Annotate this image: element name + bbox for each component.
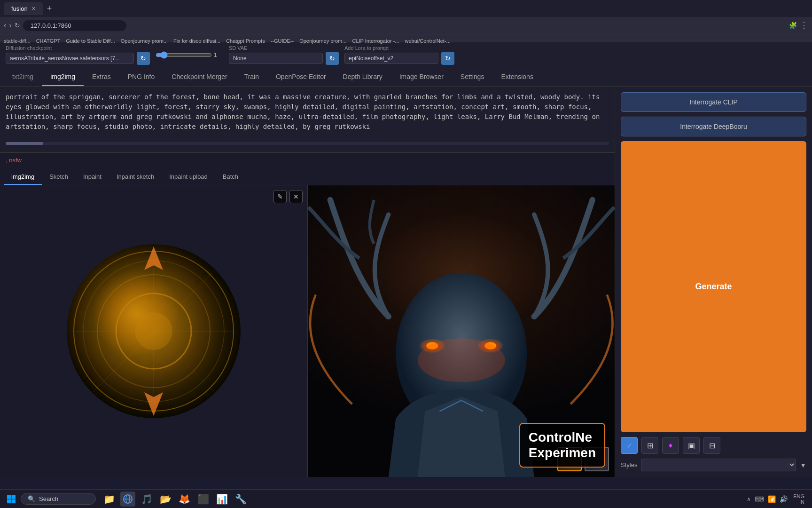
nav-tabs: txt2img img2img Extras PNG Info Checkpoi…: [0, 68, 812, 87]
active-tab[interactable]: fusion ✕: [4, 2, 43, 15]
vae-refresh-btn[interactable]: ↻: [326, 52, 339, 65]
sub-tab-sketch[interactable]: Sketch: [42, 169, 76, 185]
tray-icon-sound[interactable]: 🔊: [780, 495, 788, 503]
taskbar-icon-files[interactable]: 📁: [102, 492, 117, 507]
svg-rect-22: [12, 495, 16, 499]
styles-label: Styles: [621, 461, 637, 468]
tab-train[interactable]: Train: [236, 68, 267, 86]
bookmark-3[interactable]: Openjourney prom...: [121, 38, 168, 44]
tray-icon-keyboard[interactable]: ⌨: [755, 495, 764, 503]
new-tab-btn[interactable]: +: [43, 4, 56, 14]
url-text: 127.0.0.1:7860: [31, 22, 71, 29]
sub-tabs: img2img Sketch Inpaint Inpaint sketch In…: [0, 169, 615, 185]
icon-btn-grid[interactable]: ⊞: [641, 437, 658, 454]
extensions-btn[interactable]: 🧩: [789, 22, 797, 29]
checkpoint-select[interactable]: aerosATribute_aerosNovae.safetensors [7.…: [6, 53, 134, 64]
sub-tab-inpaint[interactable]: Inpaint: [76, 169, 109, 185]
taskbar: 🔍 Search 📁 🎵 📂 🦊 ⬛ 📊 🔧 ∧ ⌨ 📶 🔊 ENG IN: [0, 489, 812, 508]
address-bar[interactable]: 127.0.0.1:7860: [23, 20, 126, 31]
styles-row: Styles ▼: [621, 459, 806, 471]
tab-openpose-editor[interactable]: OpenPose Editor: [267, 68, 335, 86]
bookmark-4[interactable]: Fix for disco diffusi...: [173, 38, 220, 44]
prompt-scroll-indicator: [0, 142, 615, 144]
lora-group: Add Lora to prompt epiNoiseoffset_v2 ↻: [344, 45, 454, 65]
tab-extensions[interactable]: Extensions: [492, 68, 541, 86]
sub-tab-batch[interactable]: Batch: [215, 169, 246, 185]
menu-btn[interactable]: ⋮: [800, 20, 808, 31]
svg-point-20: [417, 339, 505, 382]
emblem-svg: [64, 242, 243, 421]
slider-value: 1: [214, 52, 223, 58]
tab-txt2img[interactable]: txt2img: [4, 68, 42, 86]
input-canvas[interactable]: ✎ ✕: [0, 185, 308, 477]
bookmark-7[interactable]: Openjourney prom...: [299, 38, 346, 44]
tab-img2img[interactable]: img2img: [42, 68, 84, 86]
tray-icon-chevron[interactable]: ∧: [747, 496, 751, 502]
close-canvas-btn[interactable]: ✕: [289, 190, 303, 203]
checkpoint-refresh-btn[interactable]: ↻: [137, 52, 150, 65]
bookmark-9[interactable]: webui/ControlNet-...: [405, 38, 451, 44]
forward-btn[interactable]: ›: [9, 21, 11, 30]
controlnet-line1: ControlNe: [529, 429, 596, 445]
tab-settings[interactable]: Settings: [452, 68, 493, 86]
bookmark-1[interactable]: CHATGPT: [36, 38, 61, 44]
sub-tab-inpaint-upload[interactable]: Inpaint upload: [162, 169, 215, 185]
interrogate-deepbooru-btn[interactable]: Interrogate DeepBooru: [621, 117, 806, 136]
taskbar-icon-folder[interactable]: 📂: [158, 492, 173, 507]
icon-btn-check[interactable]: ✓: [621, 437, 638, 454]
ime-display: IN: [793, 499, 804, 505]
start-button[interactable]: [4, 492, 19, 507]
tab-title: fusion: [11, 5, 28, 12]
left-section: , nsfw img2img Sketch Inpaint Inpaint sk…: [0, 87, 615, 477]
tray-icons: ∧ ⌨ 📶 🔊: [747, 495, 788, 503]
styles-select[interactable]: [641, 459, 796, 471]
bookmark-2[interactable]: Guide to Stable Diff...: [66, 38, 115, 44]
vae-group: SD VAE None ↻: [229, 45, 339, 65]
svg-rect-21: [7, 495, 11, 499]
output-canvas: ControlNe Experimen: [308, 185, 615, 477]
taskbar-search[interactable]: 🔍 Search: [21, 493, 96, 505]
taskbar-app-icons: 📁 🎵 📂 🦊 ⬛ 📊 🔧: [102, 492, 248, 507]
taskbar-icon-browser[interactable]: [120, 492, 135, 507]
slider-group: 1: [156, 51, 223, 59]
bookmark-6[interactable]: --GUIDE--: [271, 38, 294, 44]
tray-icon-network[interactable]: 📶: [768, 495, 776, 503]
bookmark-0[interactable]: stable-diff...: [4, 38, 31, 44]
reload-btn[interactable]: ↻: [15, 22, 20, 29]
vae-select[interactable]: None: [229, 53, 323, 64]
back-btn[interactable]: ‹: [4, 21, 6, 30]
tab-image-browser[interactable]: Image Browser: [391, 68, 452, 86]
checkpoint-label: Diffusion checkpoint: [6, 45, 150, 51]
tab-png-info[interactable]: PNG Info: [119, 68, 164, 86]
tab-depth-library[interactable]: Depth Library: [335, 68, 391, 86]
lora-select[interactable]: epiNoiseoffset_v2: [344, 53, 438, 64]
tab-checkpoint-merger[interactable]: Checkpoint Merger: [163, 68, 235, 86]
taskbar-icon-terminal[interactable]: ⬛: [195, 492, 211, 507]
icon-buttons-row: ✓ ⊞ ♦ ▣ ⊟: [621, 437, 806, 454]
strength-slider[interactable]: [156, 51, 212, 59]
icon-btn-minus[interactable]: ⊟: [703, 437, 720, 454]
icon-btn-diamond[interactable]: ♦: [662, 437, 679, 454]
bookmark-5[interactable]: Chatgpt Prompts: [226, 38, 265, 44]
positive-prompt[interactable]: [0, 87, 615, 138]
interrogate-clip-btn[interactable]: Interrogate CLIP: [621, 92, 806, 112]
taskbar-icon-firefox[interactable]: 🦊: [177, 492, 192, 507]
edit-canvas-btn[interactable]: ✎: [273, 190, 287, 203]
bookmark-8[interactable]: CLIP Interrogator -...: [352, 38, 399, 44]
tab-close-btn[interactable]: ✕: [31, 6, 36, 12]
negative-prompt-text: , nsfw: [6, 157, 22, 164]
top-controls: Diffusion checkpoint aerosATribute_aeros…: [0, 42, 812, 68]
taskbar-icon-settings[interactable]: 🔧: [233, 492, 248, 507]
generate-btn[interactable]: Generate: [621, 141, 806, 432]
taskbar-icon-music[interactable]: 🎵: [139, 492, 154, 507]
icon-btn-square[interactable]: ▣: [683, 437, 700, 454]
lora-refresh-btn[interactable]: ↻: [441, 52, 454, 65]
tab-extras[interactable]: Extras: [84, 68, 119, 86]
taskbar-icon-chart[interactable]: 📊: [214, 492, 229, 507]
sub-tab-img2img[interactable]: img2img: [4, 169, 42, 185]
styles-chevron-icon: ▼: [800, 461, 806, 469]
sub-tab-inpaint-sketch[interactable]: Inpaint sketch: [109, 169, 162, 185]
svg-rect-23: [7, 499, 11, 503]
lora-label: Add Lora to prompt: [344, 45, 454, 51]
canvas-area: ✎ ✕: [0, 185, 615, 477]
